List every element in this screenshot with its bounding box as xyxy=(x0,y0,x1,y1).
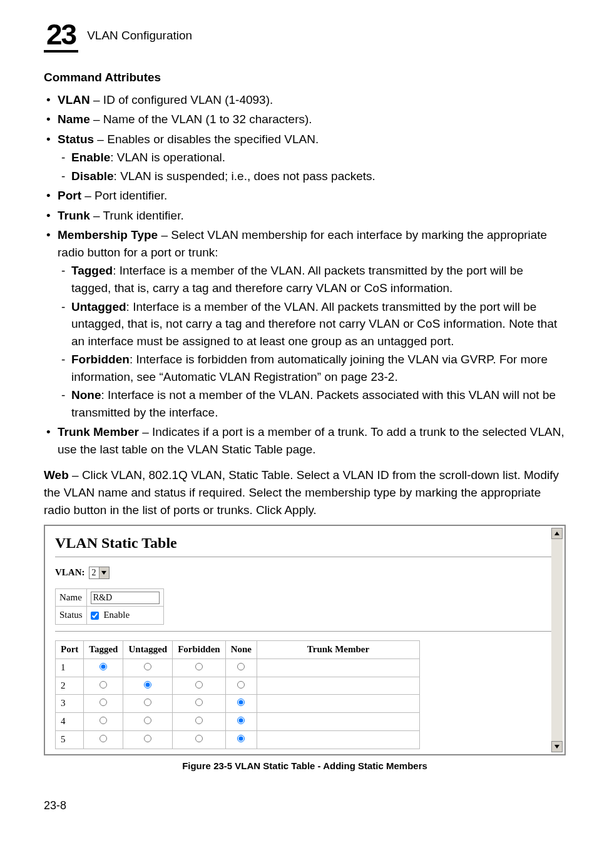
attr-port: Port – Port identifier. xyxy=(44,187,566,204)
port-membership-table: Port Tagged Untagged Forbidden None Trun… xyxy=(55,640,420,749)
forbidden-radio[interactable] xyxy=(195,717,203,724)
col-none: None xyxy=(225,641,257,659)
page-number: 23-8 xyxy=(44,797,566,814)
radio-cell xyxy=(84,677,123,695)
attr-name: Name – Name of the VLAN (1 to 32 charact… xyxy=(44,111,566,128)
forbidden-radio[interactable] xyxy=(195,663,203,670)
vlan-form-table: Name Status Enable xyxy=(55,588,164,625)
radio-cell xyxy=(173,677,226,695)
none-radio[interactable] xyxy=(237,717,245,724)
radio-cell xyxy=(173,659,226,677)
untagged-radio[interactable] xyxy=(144,735,151,742)
col-tagged: Tagged xyxy=(84,641,123,659)
attr-forbidden: Forbidden: Interface is forbidden from a… xyxy=(58,351,566,385)
vlan-selector-value: 2 xyxy=(89,567,99,579)
none-radio[interactable] xyxy=(237,735,245,742)
trunkmember-cell xyxy=(257,713,420,731)
radio-cell xyxy=(173,713,226,731)
radio-cell xyxy=(173,695,226,713)
none-radio[interactable] xyxy=(237,663,245,670)
radio-cell xyxy=(123,695,173,713)
untagged-radio[interactable] xyxy=(144,699,151,706)
port-cell: 4 xyxy=(56,713,84,731)
tagged-radio[interactable] xyxy=(100,663,107,670)
scroll-up-icon[interactable] xyxy=(551,528,563,539)
attr-status: Status – Enables or disables the specifi… xyxy=(44,131,566,185)
chevron-down-icon[interactable] xyxy=(99,567,109,578)
radio-cell xyxy=(225,695,257,713)
divider xyxy=(55,557,554,557)
chapter-title: VLAN Configuration xyxy=(87,27,192,44)
radio-cell xyxy=(123,677,173,695)
table-row: 1 xyxy=(56,659,420,677)
untagged-radio[interactable] xyxy=(144,663,151,670)
radio-cell xyxy=(84,695,123,713)
forbidden-radio[interactable] xyxy=(195,699,203,706)
none-radio[interactable] xyxy=(237,681,245,689)
status-label: Status xyxy=(56,607,87,625)
port-cell: 2 xyxy=(56,677,84,695)
scroll-track[interactable] xyxy=(551,539,563,741)
table-row: 5 xyxy=(56,730,420,749)
forbidden-radio[interactable] xyxy=(195,735,203,742)
table-header-row: Port Tagged Untagged Forbidden None Trun… xyxy=(56,641,420,659)
tagged-radio[interactable] xyxy=(100,717,107,724)
untagged-radio[interactable] xyxy=(144,717,151,724)
table-row: 2 xyxy=(56,677,420,695)
untagged-radio[interactable] xyxy=(144,681,151,689)
attr-trunk: Trunk – Trunk identifier. xyxy=(44,207,566,225)
col-forbidden: Forbidden xyxy=(173,641,226,659)
divider xyxy=(55,631,554,632)
section-heading: Command Attributes xyxy=(44,69,566,86)
table-row: Name xyxy=(56,588,164,607)
col-trunkmember: Trunk Member xyxy=(257,641,420,659)
vlan-selector-label: VLAN: xyxy=(55,566,85,580)
vlan-selector[interactable]: 2 xyxy=(89,567,110,579)
attr-tagged: Tagged: Interface is a member of the VLA… xyxy=(58,262,566,296)
tagged-radio[interactable] xyxy=(100,681,107,689)
forbidden-radio[interactable] xyxy=(195,681,203,689)
attr-status-disable: Disable: VLAN is suspended; i.e., does n… xyxy=(58,168,566,185)
attribute-list: VLAN – ID of configured VLAN (1-4093). N… xyxy=(44,91,566,458)
tagged-radio[interactable] xyxy=(100,699,107,706)
status-enable-text: Enable xyxy=(103,610,130,620)
attr-untagged: Untagged: Interface is a member of the V… xyxy=(58,298,566,350)
radio-cell xyxy=(84,713,123,731)
svg-marker-1 xyxy=(554,532,559,535)
port-cell: 5 xyxy=(56,730,84,749)
port-cell: 3 xyxy=(56,695,84,713)
port-cell: 1 xyxy=(56,659,84,677)
radio-cell xyxy=(123,659,173,677)
radio-cell xyxy=(84,659,123,677)
col-port: Port xyxy=(56,641,84,659)
attr-membership: Membership Type – Select VLAN membership… xyxy=(44,226,566,421)
trunkmember-cell xyxy=(257,659,420,677)
radio-cell xyxy=(123,730,173,749)
chapter-number: 23 xyxy=(44,19,78,53)
table-row: 4 xyxy=(56,713,420,731)
chapter-header: 23 VLAN Configuration xyxy=(44,19,566,53)
svg-marker-2 xyxy=(554,745,559,749)
web-paragraph: Web – Click VLAN, 802.1Q VLAN, Static Ta… xyxy=(44,467,566,518)
trunkmember-cell xyxy=(257,730,420,749)
attr-status-enable: Enable: VLAN is operational. xyxy=(58,149,566,166)
col-untagged: Untagged xyxy=(123,641,173,659)
tagged-radio[interactable] xyxy=(100,735,107,742)
status-enable-checkbox[interactable] xyxy=(91,612,99,620)
figure-panel: VLAN Static Table VLAN: 2 Name Status En… xyxy=(44,525,566,755)
name-label: Name xyxy=(56,588,87,607)
attr-vlan: VLAN – ID of configured VLAN (1-4093). xyxy=(44,91,566,109)
none-radio[interactable] xyxy=(237,699,245,706)
svg-marker-0 xyxy=(101,571,106,575)
figure-caption: Figure 23-5 VLAN Static Table - Adding S… xyxy=(44,759,566,773)
radio-cell xyxy=(173,730,226,749)
name-input[interactable] xyxy=(91,592,160,604)
table-row: Status Enable xyxy=(56,607,164,625)
trunkmember-cell xyxy=(257,677,420,695)
attr-trunkmember: Trunk Member – Indicates if a port is a … xyxy=(44,423,566,458)
table-row: 3 xyxy=(56,695,420,713)
attr-none: None: Interface is not a member of the V… xyxy=(58,386,566,421)
vertical-scrollbar[interactable] xyxy=(551,528,563,752)
scroll-down-icon[interactable] xyxy=(551,741,563,752)
radio-cell xyxy=(225,713,257,731)
